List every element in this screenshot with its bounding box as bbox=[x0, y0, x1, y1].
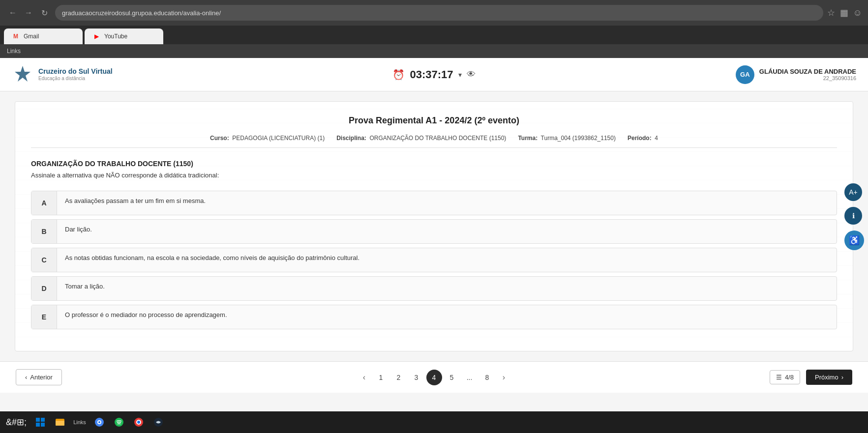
next-button[interactable]: Próximo › bbox=[806, 370, 852, 385]
eye-icon[interactable]: 👁 bbox=[467, 69, 476, 80]
extensions-icon[interactable]: ▦ bbox=[840, 7, 848, 18]
info-icon: ℹ bbox=[852, 212, 855, 220]
content-area: Prova Regimental A1 - 2024/2 (2º evento)… bbox=[15, 101, 853, 351]
user-info: GLÁUDIA SOUZA DE ANDRADE 22_35090316 bbox=[759, 68, 856, 81]
font-increase-label: A+ bbox=[849, 188, 858, 196]
page-nav-prev[interactable]: ‹ bbox=[358, 371, 371, 384]
page-1[interactable]: 1 bbox=[373, 370, 389, 385]
taskbar-apps: Links bbox=[32, 414, 166, 430]
taskbar-chrome-icon[interactable] bbox=[131, 414, 147, 430]
option-e-letter: E bbox=[31, 305, 57, 329]
tab-youtube-label: YouTube bbox=[104, 33, 127, 40]
page-3[interactable]: 3 bbox=[409, 370, 424, 385]
taskbar-browser-icon[interactable] bbox=[91, 414, 107, 430]
prev-chevron-icon: ‹ bbox=[25, 374, 27, 381]
app-header: Cruzeiro do Sul Virtual Educação a distâ… bbox=[0, 58, 868, 91]
logo-icon bbox=[12, 64, 33, 86]
address-bar[interactable]: graduacaocruzeirodosul.grupoa.education/… bbox=[55, 5, 823, 21]
exam-meta: Curso: PEDAGOGIA (LICENCIATURA) (1) Disc… bbox=[31, 135, 837, 148]
page-2[interactable]: 2 bbox=[391, 370, 407, 385]
browser-bar: ← → ↻ graduacaocruzeirodosul.grupoa.educ… bbox=[0, 0, 868, 26]
taskbar-links-icon[interactable]: Links bbox=[72, 414, 88, 430]
bookmark-links-label: Links bbox=[7, 48, 21, 55]
page-nav-next[interactable]: › bbox=[497, 371, 511, 384]
page-numbers: ‹ 1 2 3 4 5 ... 8 › bbox=[358, 370, 511, 385]
accessibility-button[interactable]: ♿ bbox=[844, 231, 864, 250]
next-label: Próximo bbox=[815, 374, 838, 381]
forward-button[interactable]: → bbox=[22, 6, 35, 20]
tab-gmail[interactable]: M Gmail bbox=[4, 29, 83, 44]
option-d-text: Tomar a lição. bbox=[57, 277, 837, 296]
info-button[interactable]: ℹ bbox=[844, 207, 862, 225]
windows-taskbar: &#⊞; Links bbox=[0, 411, 868, 433]
profile-icon[interactable]: ☺ bbox=[853, 8, 862, 18]
reload-button[interactable]: ↻ bbox=[37, 6, 51, 20]
font-increase-button[interactable]: A+ bbox=[844, 183, 862, 201]
logo-subtitle: Educação a distância bbox=[38, 76, 113, 82]
option-a-text: As avaliações passam a ter um fim em si … bbox=[57, 191, 837, 210]
class-label: Turma: bbox=[518, 135, 538, 142]
list-icon: ☰ bbox=[776, 374, 782, 381]
gmail-icon: M bbox=[13, 33, 18, 40]
option-c-text: As notas obtidas funcionam, na escola e … bbox=[57, 248, 837, 267]
page-4-active[interactable]: 4 bbox=[426, 370, 442, 385]
svg-point-9 bbox=[98, 421, 100, 423]
prev-label: Anterior bbox=[30, 374, 53, 381]
taskbar-windows-icon[interactable] bbox=[32, 414, 48, 430]
user-area: GA GLÁUDIA SOUZA DE ANDRADE 22_35090316 bbox=[736, 65, 856, 84]
page-8[interactable]: 8 bbox=[479, 370, 495, 385]
user-name: GLÁUDIA SOUZA DE ANDRADE bbox=[759, 68, 856, 75]
period-value: 4 bbox=[655, 135, 658, 142]
course-value: PEDAGOGIA (LICENCIATURA) (1) bbox=[232, 135, 325, 142]
user-initials: GA bbox=[740, 71, 750, 78]
star-icon[interactable]: ☆ bbox=[827, 7, 835, 18]
app-container: Cruzeiro do Sul Virtual Educação a distâ… bbox=[0, 58, 868, 422]
user-avatar: GA bbox=[736, 65, 754, 84]
taskbar-steam-icon[interactable] bbox=[150, 414, 166, 430]
logo-area: Cruzeiro do Sul Virtual Educação a distâ… bbox=[12, 64, 113, 86]
option-b[interactable]: B Dar lição. bbox=[31, 219, 837, 244]
option-b-text: Dar lição. bbox=[57, 220, 837, 239]
timer-dropdown-btn[interactable]: ▾ bbox=[458, 71, 462, 79]
option-d[interactable]: D Tomar a lição. bbox=[31, 276, 837, 301]
browser-icons: ☆ ▦ ☺ bbox=[827, 7, 862, 18]
option-e-text: O professor é o mediador no processo de … bbox=[57, 305, 837, 324]
option-a-letter: A bbox=[31, 191, 57, 215]
question-text: Assinale a alternativa que NÃO correspon… bbox=[31, 172, 837, 179]
side-icons: A+ ℹ ♿ bbox=[844, 183, 864, 250]
option-a[interactable]: A As avaliações passam a ter um fim em s… bbox=[31, 191, 837, 215]
page-dots: ... bbox=[462, 370, 478, 385]
bookmark-links[interactable]: Links bbox=[7, 48, 21, 55]
clock-icon: ⏰ bbox=[392, 69, 405, 81]
option-d-letter: D bbox=[31, 277, 57, 300]
taskbar-spotify-icon[interactable] bbox=[111, 414, 127, 430]
logo-title: Cruzeiro do Sul Virtual bbox=[38, 67, 113, 76]
meta-course: Curso: PEDAGOGIA (LICENCIATURA) (1) bbox=[210, 135, 325, 142]
svg-rect-4 bbox=[41, 423, 45, 427]
prev-button[interactable]: ‹ Anterior bbox=[16, 369, 62, 385]
svg-rect-3 bbox=[36, 423, 40, 427]
discipline-value: ORGANIZAÇÃO DO TRABALHO DOCENTE (1150) bbox=[370, 135, 507, 142]
section-title: ORGANIZAÇÃO DO TRABALHO DOCENTE (1150) bbox=[31, 160, 837, 168]
question-section: ORGANIZAÇÃO DO TRABALHO DOCENTE (1150) A… bbox=[31, 160, 837, 329]
svg-point-13 bbox=[137, 421, 140, 424]
question-count: ☰ 4/8 bbox=[770, 370, 800, 384]
svg-rect-1 bbox=[36, 418, 40, 422]
svg-rect-6 bbox=[56, 421, 64, 426]
option-b-letter: B bbox=[31, 220, 57, 243]
tab-youtube[interactable]: ▶ YouTube bbox=[85, 29, 163, 44]
address-text: graduacaocruzeirodosul.grupoa.education/… bbox=[62, 9, 221, 17]
back-button[interactable]: ← bbox=[6, 6, 20, 20]
bookmarks-bar: Links bbox=[0, 44, 868, 58]
option-e[interactable]: E O professor é o mediador no processo d… bbox=[31, 305, 837, 329]
question-count-value: 4/8 bbox=[785, 374, 794, 381]
timer-area: ⏰ 03:37:17 ▾ 👁 bbox=[392, 68, 475, 81]
start-button[interactable]: &#⊞; bbox=[6, 417, 27, 428]
taskbar-explorer-icon[interactable] bbox=[52, 414, 68, 430]
option-c[interactable]: C As notas obtidas funcionam, na escola … bbox=[31, 248, 837, 272]
period-label: Período: bbox=[628, 135, 652, 142]
youtube-icon: ▶ bbox=[94, 33, 99, 40]
gmail-favicon: M bbox=[12, 32, 20, 40]
page-5[interactable]: 5 bbox=[444, 370, 460, 385]
class-value: Turma_004 (1993862_1150) bbox=[541, 135, 616, 142]
